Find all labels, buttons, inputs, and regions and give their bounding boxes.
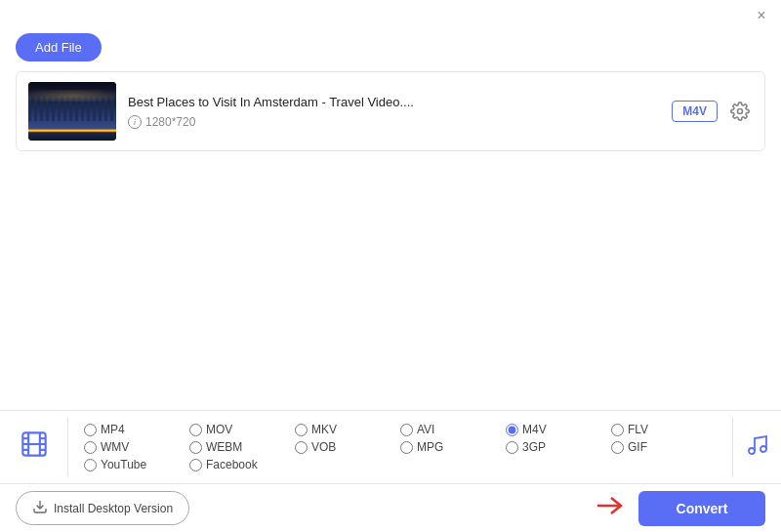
format-option-webm[interactable]: WEBM (189, 440, 295, 454)
install-label: Install Desktop Version (54, 502, 173, 515)
format-options: MP4 MOV MKV AVI M4V (68, 417, 732, 477)
svg-point-9 (749, 448, 755, 454)
format-label-mpg: MPG (417, 440, 443, 454)
audio-icon-col (732, 417, 781, 477)
format-label-m4v: M4V (522, 423, 547, 436)
format-label-mov: MOV (206, 423, 232, 436)
format-label-youtube: YouTube (101, 458, 146, 471)
file-item: Best Places to Visit In Amsterdam - Trav… (17, 72, 764, 150)
toolbar: Add File (0, 27, 781, 71)
format-option-mkv[interactable]: MKV (295, 423, 400, 436)
format-radio-webm[interactable] (189, 441, 202, 454)
format-radio-mpg[interactable] (400, 441, 413, 454)
file-resolution: 1280*720 (145, 115, 195, 129)
format-option-m4v[interactable]: M4V (506, 423, 611, 436)
format-label-mkv: MKV (311, 423, 337, 436)
format-label-3gp: 3GP (522, 440, 546, 454)
format-option-mov[interactable]: MOV (189, 423, 295, 436)
format-section: MP4 MOV MKV AVI M4V (0, 410, 781, 483)
format-option-flv[interactable]: FLV (611, 423, 717, 436)
format-radio-wmv[interactable] (84, 441, 97, 454)
film-icon (21, 430, 48, 464)
format-radio-youtube[interactable] (84, 459, 97, 471)
format-option-wmv[interactable]: WMV (84, 440, 189, 454)
format-label-vob: VOB (311, 440, 336, 454)
format-radio-avi[interactable] (400, 424, 413, 436)
format-grid: MP4 MOV MKV AVI M4V (84, 423, 717, 471)
file-list: Best Places to Visit In Amsterdam - Trav… (16, 71, 765, 151)
format-label-mp4: MP4 (101, 423, 125, 436)
format-radio-mp4[interactable] (84, 424, 97, 436)
format-radio-mkv[interactable] (295, 424, 308, 436)
install-desktop-button[interactable]: Install Desktop Version (16, 491, 189, 525)
info-icon: i (128, 115, 142, 129)
format-label-flv: FLV (628, 423, 648, 436)
format-option-youtube[interactable]: YouTube (84, 458, 189, 471)
format-badge: M4V (672, 101, 718, 122)
format-label-facebook: Facebook (206, 458, 258, 471)
bottom-bar: Install Desktop Version Convert (0, 483, 781, 532)
svg-point-0 (738, 109, 743, 114)
format-label-gif: GIF (628, 440, 647, 454)
format-radio-gif[interactable] (611, 441, 624, 454)
format-row: MP4 MOV MKV AVI M4V (0, 411, 781, 483)
arrow-right-icon (597, 496, 625, 521)
format-label-wmv: WMV (101, 440, 129, 454)
format-radio-mov[interactable] (189, 424, 202, 436)
format-label-webm: WEBM (206, 440, 242, 454)
close-button[interactable]: × (754, 8, 769, 23)
format-radio-m4v[interactable] (506, 424, 518, 436)
settings-icon[interactable] (727, 99, 753, 124)
file-info: Best Places to Visit In Amsterdam - Trav… (128, 95, 660, 129)
file-meta: i 1280*720 (128, 115, 660, 129)
file-thumbnail (28, 82, 116, 141)
right-side: Convert (597, 491, 765, 526)
format-option-mpg[interactable]: MPG (400, 440, 506, 454)
convert-button[interactable]: Convert (638, 491, 765, 526)
add-file-button[interactable]: Add File (16, 33, 102, 61)
format-radio-vob[interactable] (295, 441, 308, 454)
title-bar: × (0, 0, 781, 27)
svg-point-10 (760, 446, 766, 452)
format-option-gif[interactable]: GIF (611, 440, 717, 454)
format-radio-flv[interactable] (611, 424, 624, 436)
format-option-3gp[interactable]: 3GP (506, 440, 611, 454)
format-option-avi[interactable]: AVI (400, 423, 506, 436)
music-icon (746, 433, 769, 462)
download-icon (32, 499, 48, 517)
file-title: Best Places to Visit In Amsterdam - Trav… (128, 95, 660, 109)
format-option-facebook[interactable]: Facebook (189, 458, 295, 471)
file-actions: M4V (672, 99, 753, 124)
format-radio-3gp[interactable] (506, 441, 518, 454)
format-option-vob[interactable]: VOB (295, 440, 400, 454)
video-format-icon-col (0, 417, 68, 477)
format-option-mp4[interactable]: MP4 (84, 423, 189, 436)
format-label-avi: AVI (417, 423, 434, 436)
format-radio-facebook[interactable] (189, 459, 202, 471)
